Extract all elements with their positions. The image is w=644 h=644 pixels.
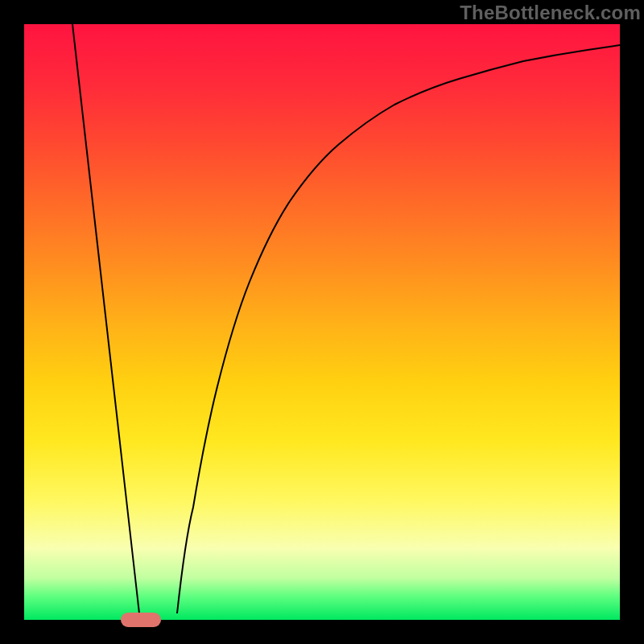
right-curve [177,45,620,613]
plot-area [24,24,620,620]
left-line [72,24,139,613]
chart-container: TheBottleneck.com [0,0,644,644]
optimal-marker [121,613,161,627]
curves-svg [24,24,620,620]
attribution-text: TheBottleneck.com [460,2,641,24]
